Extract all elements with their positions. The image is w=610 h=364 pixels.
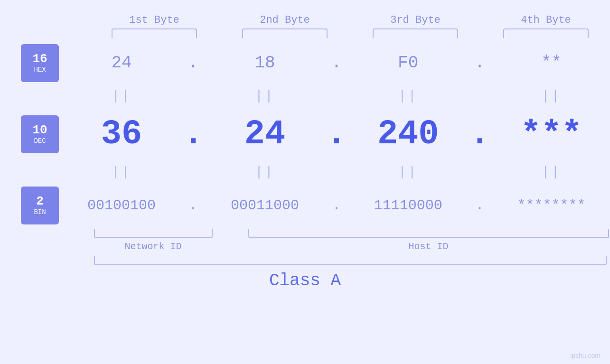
bin-badge-label: BIN xyxy=(34,208,46,216)
top-bracket-1 xyxy=(89,28,220,38)
byte-header-2: 2nd Byte xyxy=(220,14,350,26)
host-id-label: Host ID xyxy=(246,241,610,252)
network-id-label: Network ID xyxy=(89,241,217,252)
bracket-line-3 xyxy=(373,28,458,38)
eq-row-1: || || || || xyxy=(0,85,610,107)
hex-dot-1: . xyxy=(180,53,206,73)
byte-header-1: 1st Byte xyxy=(89,14,220,26)
hex-dot-2: . xyxy=(323,53,349,73)
bracket-line-1 xyxy=(112,28,197,38)
bin-dot-2: . xyxy=(323,197,349,214)
id-labels: Network ID Host ID xyxy=(89,241,610,252)
watermark: ipshu.com xyxy=(570,352,601,359)
dec-dot-3: . xyxy=(467,115,493,154)
dec-dot-1: . xyxy=(180,115,206,154)
eq-cell-1-2: || xyxy=(206,89,323,103)
eq-cell-2-3: || xyxy=(349,165,467,179)
bin-byte-4: ******** xyxy=(493,197,610,214)
bin-badge: 2 BIN xyxy=(21,187,59,224)
bottom-brackets-wrapper xyxy=(89,229,610,238)
dec-byte-1: 36 xyxy=(63,115,180,154)
hex-row: 16 HEX 24 . 18 . F0 . ** xyxy=(0,40,610,85)
hex-byte-1: 24 xyxy=(63,53,180,73)
byte-header-4: 4th Byte xyxy=(481,14,610,26)
byte-header-3: 3rd Byte xyxy=(350,14,481,26)
hex-badge-num: 16 xyxy=(32,52,47,66)
main-container: 1st Byte 2nd Byte 3rd Byte 4th Byte 16 H… xyxy=(0,0,610,364)
hex-byte-2: 18 xyxy=(206,53,323,73)
eq-cell-1-1: || xyxy=(63,89,180,103)
bin-byte-1: 00100100 xyxy=(63,197,180,214)
eq-cell-1-3: || xyxy=(349,89,467,103)
class-label: Class A xyxy=(269,271,341,290)
top-brackets xyxy=(89,26,610,40)
dec-badge-num: 10 xyxy=(32,123,47,137)
hex-byte-3: F0 xyxy=(349,53,467,73)
hex-dot-3: . xyxy=(467,53,493,73)
eq-row-2: || || || || xyxy=(0,161,610,183)
bin-byte-3: 11110000 xyxy=(349,197,467,214)
dec-row: 10 DEC 36 . 24 . 240 . *** xyxy=(0,107,610,161)
hex-badge-label: HEX xyxy=(34,66,46,74)
dec-byte-3: 240 xyxy=(349,115,467,154)
bin-badge-num: 2 xyxy=(36,195,44,208)
host-bracket xyxy=(248,229,609,238)
dec-byte-2: 24 xyxy=(206,115,323,154)
byte-headers: 1st Byte 2nd Byte 3rd Byte 4th Byte xyxy=(89,14,610,26)
bin-dot-1: . xyxy=(180,197,206,214)
eq-cell-2-4: || xyxy=(493,165,610,179)
bin-dot-3: . xyxy=(467,197,493,214)
bracket-line-4 xyxy=(503,28,589,38)
bin-byte-2: 00011000 xyxy=(206,197,323,214)
eq-cell-2-1: || xyxy=(63,165,180,179)
eq-cell-1-4: || xyxy=(493,89,610,103)
dec-badge-label: DEC xyxy=(34,137,46,145)
eq-cell-2-2: || xyxy=(206,165,323,179)
dec-dot-2: . xyxy=(323,115,349,154)
dec-byte-4: *** xyxy=(493,115,610,154)
bin-row: 2 BIN 00100100 . 00011000 . 11110000 . *… xyxy=(0,183,610,228)
hex-badge: 16 HEX xyxy=(21,44,59,82)
dec-badge: 10 DEC xyxy=(21,115,59,153)
top-bracket-2 xyxy=(220,28,350,38)
bracket-line-2 xyxy=(242,28,328,38)
top-bracket-3 xyxy=(350,28,481,38)
network-bracket xyxy=(94,229,213,238)
top-bracket-4 xyxy=(481,28,610,38)
host-bracket-cell xyxy=(246,229,610,238)
hex-byte-4: ** xyxy=(493,53,610,73)
full-bottom-bracket xyxy=(94,256,607,265)
network-bracket-cell xyxy=(89,229,217,238)
